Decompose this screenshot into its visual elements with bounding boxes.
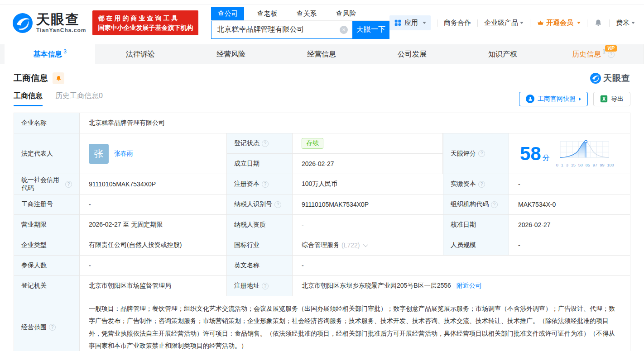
search-area: 查公司 查老板 查关系 查风险 × 天眼一下 [211, 7, 389, 39]
address-value: 北京市朝阳区东坝乡东晓景产业园205号B区一层2556 附近公司 [293, 276, 630, 296]
insured-value: - [80, 256, 227, 275]
axis-tick: 85 [586, 163, 590, 167]
legal-rep-value: 张 张春雨 [80, 133, 227, 174]
help-icon[interactable] [608, 51, 615, 58]
tab-count: 1 [602, 48, 606, 55]
help-icon[interactable] [491, 201, 498, 208]
axis-tick: 50 [578, 163, 583, 167]
reg-capital-label: 注册资本 [227, 174, 293, 194]
paid-capital-label: 实缴资本 [443, 174, 509, 194]
axis-tick: 100 [607, 163, 614, 167]
biz-term-value: 2026-02-27 至 无固定期限 [80, 215, 227, 235]
tab-label: 经营风险 [216, 50, 245, 59]
watermark-swirl-icon [590, 73, 601, 84]
export-button[interactable]: 导出 [593, 92, 630, 106]
help-icon[interactable] [262, 140, 269, 147]
help-icon[interactable] [262, 283, 269, 289]
scope-value: 一般项目：品牌管理；餐饮管理；组织文化艺术交流活动；会议及展览服务（出国办展须经… [80, 296, 630, 351]
user-menu[interactable]: 费米 [616, 19, 635, 27]
chevron-down-icon [423, 22, 426, 24]
scope-label: 经营范围 [14, 296, 80, 351]
tab-label: 基本信息 [33, 50, 62, 59]
apps-menu[interactable]: 应用 [389, 15, 431, 30]
company-type-label: 企业类型 [14, 235, 80, 255]
divider [477, 19, 478, 27]
help-icon[interactable] [262, 181, 269, 188]
help-icon[interactable] [478, 181, 485, 188]
search-tab-risk[interactable]: 查风险 [329, 7, 362, 20]
section-title: 工商信息 [14, 72, 48, 84]
divider [530, 19, 530, 27]
chevron-down-icon[interactable] [363, 242, 368, 247]
nav-vip[interactable]: 开通会员 [537, 19, 581, 27]
tax-qual-label: 纳税人资质 [227, 215, 293, 235]
tab-intellectual-property[interactable]: 知识产权 [457, 44, 548, 64]
score-marker [585, 140, 587, 142]
arrow-right-icon [579, 97, 581, 101]
export-label: 导出 [611, 95, 624, 103]
vip-badge: VIP [605, 45, 617, 52]
nav-cooperation[interactable]: 商务合作 [444, 19, 471, 27]
search-tab-boss[interactable]: 查老板 [250, 7, 284, 20]
table-row: 工商注册号 - 纳税人识别号 91110105MAK7534X0P 组织机构代码… [14, 194, 630, 214]
authority-label: 登记机关 [14, 276, 80, 296]
nav-enterprise[interactable]: 企业级产品 [484, 19, 524, 27]
table-row: 企业类型 有限责任公司(自然人投资或控股) 国标行业 综合管理服务 (L722)… [14, 235, 630, 255]
help-icon[interactable] [49, 324, 56, 331]
industry-code: (L722) [341, 242, 360, 249]
official-snapshot-button[interactable]: 工商官网快照 [519, 92, 588, 106]
brand-slogan: 都在用的商业查询工具 国家中小企业发展子基金旗下机构 [92, 10, 198, 35]
axis-tick: 3 [566, 163, 568, 167]
table-subrow: 成立日期 2026-02-27 [227, 153, 443, 174]
tianyancha-logo[interactable]: 天眼查 TianYanCha.com [13, 13, 86, 33]
main-content: 工商信息 天眼查 工商信息 历史工商信息0 工商官网快照 [0, 72, 644, 351]
status-badge: 存续 [302, 138, 323, 149]
biz-term-label: 营业期限 [14, 215, 80, 235]
org-code-label: 组织机构代码 [443, 194, 509, 214]
search-tab-company[interactable]: 查公司 [211, 7, 244, 20]
tab-operation-risk[interactable]: 经营风险 [186, 44, 276, 64]
top-nav: 应用 商务合作 企业级产品 开通会员 费米 [389, 15, 635, 30]
tab-legal[interactable]: 法律诉讼 [95, 44, 186, 64]
help-icon[interactable] [274, 201, 281, 208]
business-info-table: 企业名称 北京糕幸品牌管理有限公司 法定代表人 张 张春雨 登记状态 存续 [14, 113, 630, 351]
subtab-history-business-info[interactable]: 历史工商信息0 [55, 91, 103, 106]
tab-count: 3 [63, 48, 67, 55]
tab-operation-info[interactable]: 经营信息 [276, 44, 367, 64]
en-name-label: 英文名称 [227, 256, 293, 275]
company-name-value: 北京糕幸品牌管理有限公司 [80, 113, 630, 133]
subscribe-bell-icon[interactable] [53, 72, 64, 84]
table-subrow: 登记状态 存续 [227, 133, 443, 153]
username: 费米 [616, 19, 630, 27]
avatar[interactable]: 张 [89, 144, 109, 164]
logo-swirl-icon [13, 13, 33, 33]
notification-bell-icon[interactable] [594, 19, 603, 28]
clear-search-icon[interactable]: × [340, 26, 348, 34]
legal-rep-link[interactable]: 张春雨 [114, 150, 133, 158]
score-distribution-chart: 0131550859799100 [556, 140, 614, 167]
axis-tick: 1 [561, 163, 563, 167]
reg-status-label: 登记状态 [227, 133, 293, 153]
search-tab-relation[interactable]: 查关系 [290, 7, 323, 20]
approval-date-value: 2026-02-27 [509, 215, 630, 235]
brand-name: 天眼查 [36, 13, 86, 26]
tab-basic-info[interactable]: 基本信息 3 [5, 44, 95, 64]
axis-tick: 99 [600, 163, 605, 167]
subtab-business-info[interactable]: 工商信息 [14, 91, 43, 106]
axis-tick: 0 [556, 163, 558, 167]
help-icon[interactable] [65, 181, 72, 188]
nearby-companies-link[interactable]: 附近公司 [457, 282, 482, 290]
tianyancha-watermark: 天眼查 [590, 72, 630, 84]
search-button[interactable]: 天眼一下 [352, 21, 389, 39]
staff-size-value: - [509, 235, 630, 255]
search-input[interactable] [211, 21, 352, 39]
divider [587, 19, 587, 27]
help-icon[interactable] [478, 150, 485, 157]
tab-company-development[interactable]: 公司发展 [367, 44, 457, 64]
subtab-count: 0 [99, 92, 103, 100]
subtab-label: 历史工商信息 [55, 92, 99, 100]
company-tabbar: 基本信息 3 法律诉讼 经营风险 经营信息 公司发展 知识产权 VIP 历史信息… [0, 44, 644, 64]
company-name-label: 企业名称 [14, 113, 80, 133]
table-row: 法定代表人 张 张春雨 登记状态 存续 成立日期 2026-02-27 [14, 133, 630, 174]
tab-history-info[interactable]: VIP 历史信息 1 [548, 44, 639, 64]
